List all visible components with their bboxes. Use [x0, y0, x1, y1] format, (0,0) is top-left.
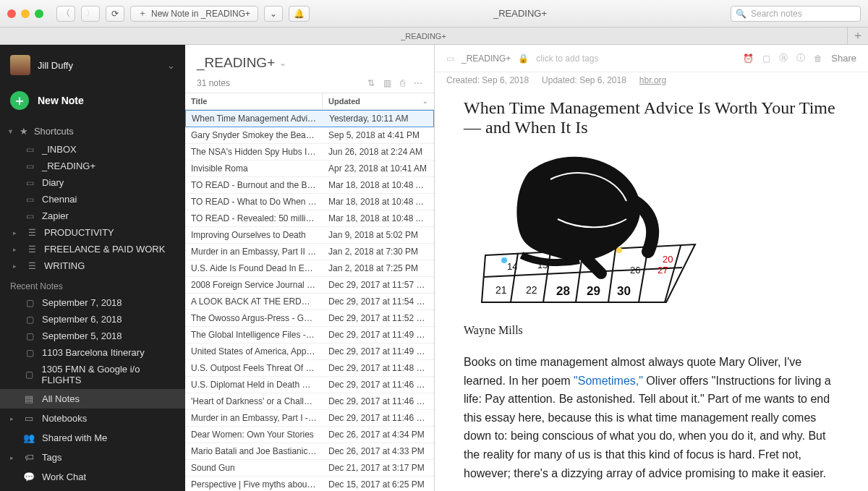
- sidebar-shortcut-item[interactable]: ▭Zapier: [0, 208, 185, 224]
- sidebar-shortcut-group[interactable]: ▸☰FREELANCE & PAID WORK: [0, 241, 185, 257]
- forward-button[interactable]: 〉: [81, 6, 100, 22]
- source-link[interactable]: hbr.org: [639, 75, 666, 85]
- new-note-button[interactable]: ＋ New Note in _READING+: [130, 6, 258, 22]
- note-list-row[interactable]: Murder in an Embassy, Part II - P…Jan 2,…: [185, 244, 434, 260]
- filter-button[interactable]: ⎙: [400, 78, 405, 88]
- note-list-row[interactable]: Sound GunDec 21, 2017 at 3:17 PM: [185, 460, 434, 477]
- note-list-row[interactable]: TO READ - What to Do When W…Mar 18, 2018…: [185, 194, 434, 210]
- account-switcher[interactable]: Jill Duffy ⌄: [0, 45, 185, 85]
- note-row-date: Dec 29, 2017 at 11:57 PM: [323, 277, 434, 293]
- note-row-title: Murder in an Embassy, Part I - "I…: [185, 410, 323, 426]
- column-header-updated[interactable]: Updated ⌄: [323, 93, 434, 109]
- view-toggle-button[interactable]: ▥: [383, 78, 391, 88]
- note-list-row[interactable]: United States of America, Appell…Dec 29,…: [185, 343, 434, 360]
- note-list-row[interactable]: 'Heart of Darkness' or a Challen…Dec 29,…: [185, 393, 434, 410]
- note-list-row[interactable]: TO READ - Revealed: 50 million…Mar 18, 2…: [185, 210, 434, 227]
- note-list-row[interactable]: The NSA's Hidden Spy Hubs In E…Jun 26, 2…: [185, 144, 434, 161]
- chevron-down-icon: ⌄: [167, 60, 175, 71]
- note-row-title: Gary Snyder Smokey the Bear S…: [185, 127, 323, 143]
- sidebar-shortcut-item[interactable]: ▭Diary: [0, 174, 185, 191]
- note-row-date: Dec 15, 2017 at 6:25 PM: [323, 477, 434, 491]
- note-list-row[interactable]: 2008 Foreign Service Journal - E…Dec 29,…: [185, 277, 434, 294]
- note-row-date: Dec 26, 2017 at 4:34 PM: [323, 427, 434, 443]
- tag-icon: 🏷: [23, 452, 35, 463]
- note-notebook-link[interactable]: _READING+: [461, 54, 511, 64]
- present-button[interactable]: ▢: [762, 54, 770, 64]
- note-list-row[interactable]: The Owosso Argus-Press - Goog…Dec 29, 20…: [185, 310, 434, 327]
- close-window-button[interactable]: [7, 9, 16, 18]
- reminders-button[interactable]: 🔔: [289, 6, 310, 22]
- tab-bar: _READING+ ＋: [0, 27, 868, 45]
- sidebar-shortcut-item[interactable]: ▭_READING+: [0, 158, 185, 174]
- column-header-title[interactable]: Title: [185, 93, 323, 109]
- note-list-row[interactable]: Invisible RomaApr 23, 2018 at 10:41 AM: [185, 161, 434, 177]
- note-row-date: Dec 29, 2017 at 11:48 PM: [323, 360, 434, 376]
- note-list-row[interactable]: Gary Snyder Smokey the Bear S…Sep 5, 201…: [185, 127, 434, 144]
- disclosure-triangle-icon: ▸: [13, 262, 17, 270]
- note-title[interactable]: When Time Management Advice Is Worth You…: [464, 98, 839, 137]
- sidebar-tags[interactable]: ▸ 🏷 Tags: [0, 448, 185, 467]
- svg-text:27: 27: [658, 265, 668, 276]
- back-button[interactable]: 〈: [56, 6, 75, 22]
- note-body[interactable]: When Time Management Advice Is Worth You…: [435, 91, 868, 491]
- share-button[interactable]: Share: [831, 53, 856, 64]
- note-list-row[interactable]: U.S. Diplomat Held in Death Of E…Dec 29,…: [185, 377, 434, 393]
- search-input[interactable]: 🔍 Search notes: [731, 6, 861, 22]
- sidebar-work-chat[interactable]: 💬 Work Chat: [0, 467, 185, 491]
- tab-reading[interactable]: _READING+: [0, 27, 848, 44]
- sidebar-recent-note[interactable]: ▢September 5, 2018: [0, 328, 185, 344]
- annotate-button[interactable]: ⓐ: [779, 52, 788, 64]
- sidebar-shared[interactable]: 👥 Shared with Me: [0, 428, 185, 448]
- note-list-row[interactable]: U.S. Outpost Feels Threat Of Bu…Dec 29, …: [185, 360, 434, 377]
- note-list-row[interactable]: TO READ - Burnout and the BrainMar 18, 2…: [185, 177, 434, 194]
- new-note-dropdown[interactable]: ⌄: [264, 6, 283, 22]
- info-button[interactable]: ⓘ: [796, 52, 805, 64]
- sidebar-recent-note[interactable]: ▢September 6, 2018: [0, 311, 185, 328]
- note-list-row[interactable]: Perspective | Five myths about t…Dec 15,…: [185, 477, 434, 491]
- note-list-row[interactable]: Mario Batali and Joe Bastianich…Dec 26, …: [185, 443, 434, 460]
- article-link-sometimes[interactable]: "Sometimes,": [574, 375, 643, 387]
- sort-button[interactable]: ⇅: [367, 78, 375, 88]
- note-list-row[interactable]: When Time Management Advice…Yesterday, 1…: [185, 110, 434, 127]
- sidebar-shortcut-item[interactable]: ▭_INBOX: [0, 141, 185, 158]
- sidebar-notebooks[interactable]: ▸ ▭ Notebooks: [0, 409, 185, 428]
- reminder-button[interactable]: ⏰: [743, 54, 754, 64]
- star-icon: ★: [20, 126, 28, 137]
- fullscreen-window-button[interactable]: [35, 9, 43, 18]
- sidebar-recent-note[interactable]: ▢1305 FMN & Google i/o FLIGHTS: [0, 361, 185, 388]
- notebook-icon: ▭: [25, 145, 35, 155]
- notebook-icon: ▭: [25, 178, 35, 188]
- note-list-row[interactable]: Improving Ourselves to DeathJan 9, 2018 …: [185, 227, 434, 244]
- add-tags-input[interactable]: click to add tags: [536, 54, 598, 64]
- disclosure-triangle-icon: ▼: [7, 128, 14, 135]
- notebook-icon: ▭: [25, 211, 35, 221]
- sidebar-recent-note[interactable]: ▢1103 Barcelona Itinerary: [0, 344, 185, 361]
- new-tab-button[interactable]: ＋: [848, 28, 868, 43]
- notebook-icon: ▭: [446, 54, 454, 64]
- note-icon: ▢: [25, 370, 35, 380]
- people-icon: 👥: [23, 432, 35, 443]
- note-list-row[interactable]: The Global Intelligence Files - Re…Dec 2…: [185, 327, 434, 343]
- note-list-rows[interactable]: When Time Management Advice…Yesterday, 1…: [185, 110, 434, 491]
- note-list-row[interactable]: A LOOK BACK AT THE ERDOS…Dec 29, 2017 at…: [185, 294, 434, 310]
- note-list-row[interactable]: Murder in an Embassy, Part I - "I…Dec 29…: [185, 410, 434, 427]
- note-list-row[interactable]: Dear Women: Own Your StoriesDec 26, 2017…: [185, 427, 434, 443]
- sidebar-shortcut-group[interactable]: ▸☰PRODUCTIVITY: [0, 224, 185, 241]
- minimize-window-button[interactable]: [21, 9, 30, 18]
- trash-button[interactable]: 🗑: [814, 54, 822, 64]
- sidebar-shortcut-group[interactable]: ▸☰WRITING: [0, 257, 185, 274]
- note-row-date: Mar 18, 2018 at 10:48 AM: [323, 177, 434, 193]
- note-icon: ▢: [25, 331, 35, 341]
- sidebar-all-notes[interactable]: ▤ All Notes: [0, 389, 185, 409]
- sync-button[interactable]: ⟳: [106, 6, 124, 22]
- shortcuts-header[interactable]: ▼ ★ Shortcuts: [0, 121, 185, 141]
- sidebar-shortcut-item[interactable]: ▭Chennai: [0, 191, 185, 208]
- sidebar-new-note-button[interactable]: ＋ New Note: [0, 85, 185, 121]
- more-options-button[interactable]: ⋯: [414, 78, 422, 88]
- sidebar-recent-note[interactable]: ▢September 7, 2018: [0, 294, 185, 311]
- note-list-row[interactable]: U.S. Aide Is Found Dead In Emb…Jan 2, 20…: [185, 260, 434, 277]
- plus-icon: ＋: [10, 91, 29, 110]
- note-icon: ▢: [25, 315, 35, 325]
- notebook-title[interactable]: _READING+ ⌄: [197, 55, 422, 71]
- avatar: [10, 55, 30, 75]
